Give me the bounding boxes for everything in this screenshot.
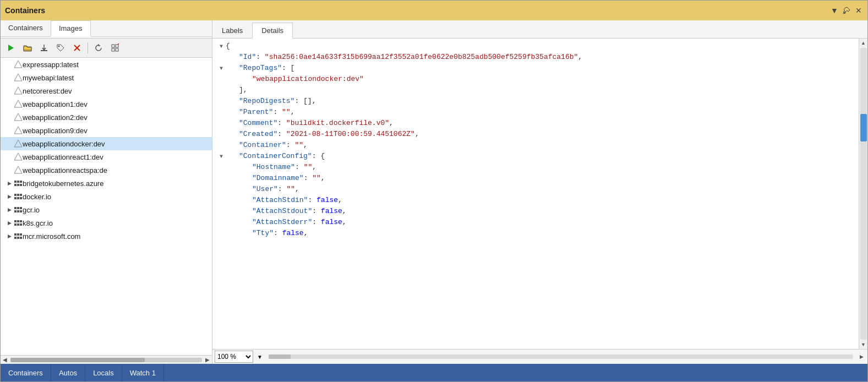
refresh-button[interactable] <box>91 41 106 55</box>
svg-rect-33 <box>17 223 19 226</box>
svg-rect-16 <box>20 184 22 186</box>
image-tree[interactable]: expressapp:latest mywebapi:latest <box>1 58 212 355</box>
svg-rect-9 <box>116 48 118 51</box>
list-item[interactable]: ▶ gcr.io <box>1 203 212 216</box>
pull-button[interactable] <box>37 41 51 55</box>
collapse-button[interactable]: ▼ <box>217 63 226 74</box>
group-icon <box>14 179 23 188</box>
json-line: "RepoDigests" : [], <box>212 96 859 107</box>
svg-line-10 <box>118 43 119 45</box>
scroll-up[interactable]: ▲ <box>860 39 867 47</box>
scroll-right[interactable]: ▶ <box>203 356 212 364</box>
window-title: Containers <box>5 6 45 15</box>
delete-button[interactable] <box>70 41 84 55</box>
image-icon <box>14 100 23 108</box>
tab-images[interactable]: Images <box>51 20 91 37</box>
svg-rect-28 <box>20 210 22 212</box>
list-item[interactable]: webapplicationreactspa:de <box>1 163 212 177</box>
right-panel: ▼ { "Id" : "sha256:0ae14a633f315b699aa12… <box>212 39 867 364</box>
json-line: "AttachStdout" : false , <box>212 206 859 217</box>
pin-button[interactable] <box>842 6 851 15</box>
list-item[interactable]: webapplication2:dev <box>1 111 212 124</box>
list-item[interactable]: webapplicationreact1:dev <box>1 150 212 163</box>
horizontal-scrollbar[interactable]: ◀ ▶ <box>1 355 212 364</box>
zoom-select[interactable]: 100 % 75 % 50 % 150 % 200 % <box>215 351 253 363</box>
horizontal-scroll-thumb[interactable] <box>269 354 291 359</box>
svg-rect-18 <box>17 194 19 196</box>
scroll-right-btn[interactable]: ▶ <box>858 352 865 361</box>
image-icon <box>14 86 23 95</box>
json-line: "Comment" : "buildkit.dockerfile.v0" , <box>212 118 859 129</box>
left-tab-bar: Containers Images <box>1 20 212 37</box>
svg-rect-8 <box>112 48 114 51</box>
group-icon <box>14 205 23 214</box>
image-icon <box>14 139 23 148</box>
expander[interactable]: ▶ <box>5 192 14 201</box>
scroll-down[interactable]: ▼ <box>860 340 867 349</box>
tab-details[interactable]: Details <box>252 23 293 39</box>
image-icon <box>14 126 23 135</box>
bottom-tab-watch1[interactable]: Watch 1 <box>122 364 164 381</box>
tag-button[interactable] <box>53 41 68 55</box>
list-item[interactable]: netcorerest:dev <box>1 84 212 97</box>
json-line: "AttachStderr" : false , <box>212 217 859 228</box>
left-panel: expressapp:latest mywebapi:latest <box>1 39 212 364</box>
image-icon <box>14 73 23 82</box>
run-button[interactable] <box>4 41 18 55</box>
open-folder-button[interactable] <box>20 41 35 55</box>
expander[interactable]: ▶ <box>5 179 14 188</box>
expander[interactable]: ▶ <box>5 205 14 214</box>
scrollbar-track[interactable] <box>10 358 202 362</box>
bottom-tab-autos[interactable]: Autos <box>51 364 85 381</box>
main-content: Containers Images Labels Details <box>1 20 867 364</box>
svg-rect-34 <box>20 223 22 226</box>
list-item[interactable]: ▶ k8s.gcr.io <box>1 216 212 230</box>
svg-rect-13 <box>20 181 22 183</box>
svg-rect-15 <box>17 184 19 186</box>
json-line: "Tty" : false , <box>212 228 859 239</box>
right-tab-bar: Labels Details <box>212 20 293 38</box>
list-item[interactable]: webapplication9:dev <box>1 124 212 137</box>
body-area: expressapp:latest mywebapi:latest <box>1 39 867 364</box>
list-item[interactable]: mywebapi:latest <box>1 71 212 84</box>
json-line: "Parent" : "" , <box>212 107 859 118</box>
expander[interactable]: ▶ <box>5 232 14 241</box>
zoom-dropdown[interactable]: ▼ <box>255 352 264 361</box>
svg-point-3 <box>58 46 60 47</box>
json-line: "webapplicationdocker:dev" <box>212 74 859 85</box>
list-item[interactable]: ▶ docker.io <box>1 190 212 203</box>
scroll-track[interactable] <box>860 48 867 340</box>
image-icon <box>14 113 23 122</box>
svg-rect-32 <box>14 223 17 226</box>
svg-rect-25 <box>20 207 22 209</box>
close-button[interactable]: ✕ <box>854 6 863 15</box>
list-item[interactable]: webapplicationdocker:dev <box>1 137 212 150</box>
tab-labels[interactable]: Labels <box>212 23 252 38</box>
tab-containers[interactable]: Containers <box>1 20 51 36</box>
prune-button[interactable] <box>108 41 122 55</box>
svg-rect-21 <box>17 197 19 199</box>
right-scrollbar[interactable]: ▲ ▼ <box>859 39 867 349</box>
list-item[interactable]: ▶ bridgetokubernetes.azure <box>1 177 212 190</box>
svg-rect-17 <box>14 194 17 196</box>
list-item[interactable]: ▶ mcr.microsoft.com <box>1 230 212 243</box>
scroll-left[interactable]: ◀ <box>1 356 9 364</box>
list-item[interactable]: webapplication1:dev <box>1 97 212 111</box>
svg-rect-12 <box>17 181 19 183</box>
bottom-tab-locals[interactable]: Locals <box>85 364 122 381</box>
json-line: "Domainname" : "" , <box>212 173 859 184</box>
collapse-button[interactable]: ▼ <box>217 151 226 162</box>
json-line: "Id" : "sha256:0ae14a633f315b699aa12f355… <box>212 52 859 63</box>
json-viewer[interactable]: ▼ { "Id" : "sha256:0ae14a633f315b699aa12… <box>212 39 859 349</box>
scrollbar-thumb[interactable] <box>10 358 145 362</box>
toolbar <box>1 39 212 58</box>
svg-rect-24 <box>17 207 19 209</box>
dropdown-button[interactable]: ▼ <box>830 6 839 15</box>
collapse-button[interactable]: ▼ <box>217 41 226 52</box>
expander[interactable]: ▶ <box>5 219 14 227</box>
json-line: "AttachStdin" : false , <box>212 195 859 206</box>
bottom-tab-containers[interactable]: Containers <box>1 364 51 381</box>
list-item[interactable]: expressapp:latest <box>1 58 212 71</box>
scroll-thumb[interactable] <box>860 114 867 141</box>
horizontal-scroll-track[interactable] <box>269 354 853 359</box>
